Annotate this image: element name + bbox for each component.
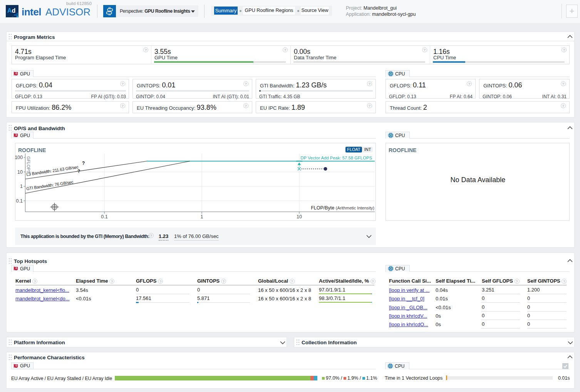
- svg-text:FLOP/Byte (Arithmetic Intensit: FLOP/Byte (Arithmetic Intensity): [311, 205, 374, 211]
- svg-text:1: 1: [201, 214, 203, 219]
- svg-text:DP Vector Add Peak: 57.58 GFLO: DP Vector Add Peak: 57.58 GFLOPS: [300, 156, 372, 160]
- svg-text:10: 10: [17, 169, 23, 174]
- svg-text:0.1: 0.1: [101, 214, 107, 219]
- svg-text:100: 100: [15, 155, 23, 160]
- svg-text:?: ?: [82, 160, 85, 166]
- svg-text:0.1: 0.1: [16, 198, 23, 203]
- svg-text:10: 10: [297, 214, 302, 219]
- svg-text:1: 1: [20, 184, 23, 189]
- svg-text:GFLOPS: GFLOPS: [26, 156, 31, 174]
- svg-text:?: ?: [77, 169, 80, 174]
